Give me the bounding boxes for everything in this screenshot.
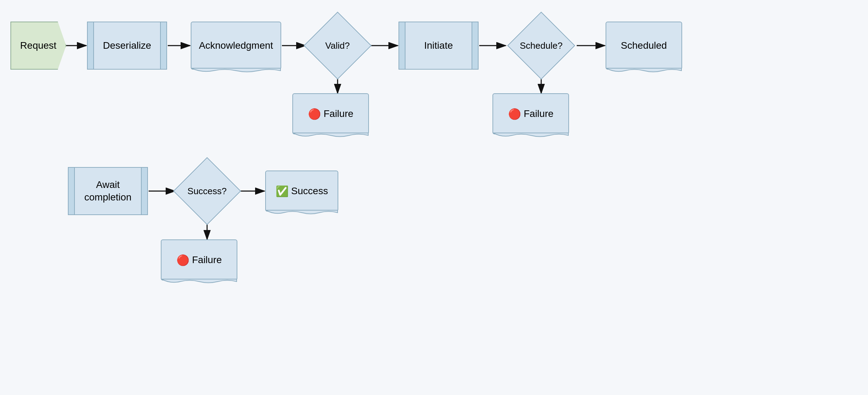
request-node: Request [10, 22, 66, 70]
success-node: ✅ Success [265, 171, 338, 212]
await-completion-node: Awaitcompletion [68, 167, 148, 215]
schedule-diamond: Schedule? [506, 22, 576, 70]
scheduled-node: Scheduled [606, 22, 682, 70]
flow-diagram: Request Deserialize Acknowledgment Valid… [0, 0, 868, 395]
deserialize-node: Deserialize [87, 22, 167, 70]
failure-success-node: 🔴 Failure [161, 239, 237, 281]
failure-schedule-node: 🔴 Failure [492, 93, 569, 134]
failure-valid-node: 🔴 Failure [292, 93, 369, 134]
acknowledgment-node: Acknowledgment [191, 22, 281, 70]
valid-diamond: Valid? [306, 22, 369, 70]
initiate-node: Initiate [399, 22, 479, 70]
success-diamond: Success? [176, 167, 238, 215]
